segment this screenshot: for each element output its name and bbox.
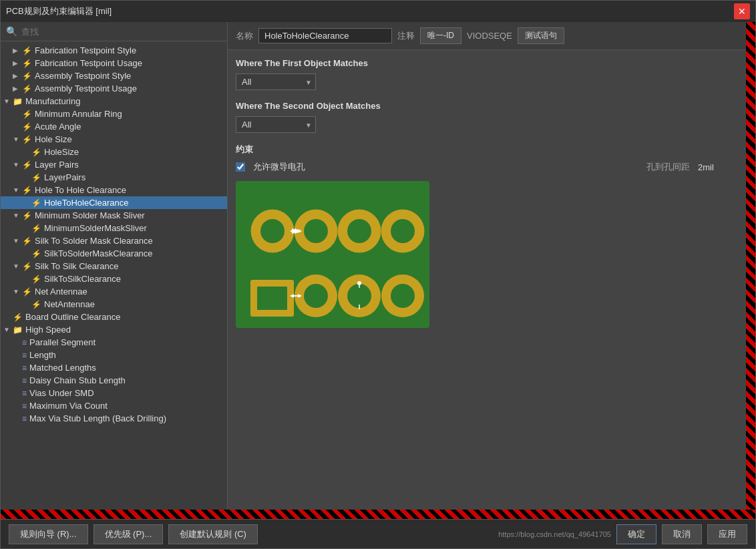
rule-icon: ⚡ [31,300,41,309]
tree-item-holetoholeclearance[interactable]: ⚡ HoleToHoleClearance [1,196,227,209]
tree-item-fabrication-testpoint-style[interactable]: ▶ ⚡ Fabrication Testpoint Style [1,44,227,57]
first-match-row: All ▼ [236,73,738,90]
cancel-button[interactable]: 取消 [662,524,702,544]
tree-item-hole-size[interactable]: ▼ ⚡ Hole Size [1,133,227,146]
tree-label: Hole To Hole Clearance [35,185,126,195]
tree-item-manufacturing[interactable]: ▼ 📁 Manufacturing [1,95,227,108]
uid-value: VIODSEQE [467,31,512,41]
bottom-bar: 规则向导 (R)... 优先级 (P)... 创建默认规则 (C) https:… [1,519,755,548]
tree-item-daisy-chain-stub-length[interactable]: ≡ Daisy Chain Stub Length [1,374,227,387]
constraints-section: 允许微导电孔 孔到孔间距 2mil [236,161,738,173]
tree-item-silk-to-solder-mask-clearance[interactable]: ▼ ⚡ Silk To Solder Mask Clearance [1,234,227,247]
tree-item-length[interactable]: ≡ Length [1,349,227,361]
title-bar: PCB规则及约束编辑器 [mil] ✕ [1,1,755,22]
eq-icon: ≡ [22,363,27,373]
tree-item-layerpairs[interactable]: ⚡ LayerPairs [1,171,227,184]
tree-item-parallel-segment[interactable]: ≡ Parallel Segment [1,336,227,349]
allow-micro-via-checkbox[interactable] [236,162,245,172]
eq-icon: ≡ [22,376,27,385]
tree-item-max-via-stub-length[interactable]: ≡ Max Via Stub Length (Back Drilling) [1,412,227,425]
tree-label: Fabrication Testpoint Usage [35,58,142,68]
tree-label: Board Outline Clearance [25,312,120,322]
tree-item-assembly-testpoint-usage[interactable]: ▶ ⚡ Assembly Testpoint Usage [1,82,227,95]
rule-wizard-button[interactable]: 规则向导 (R)... [9,524,88,544]
allow-micro-via-label: 允许微导电孔 [253,161,305,173]
pcb-svg [236,181,429,328]
rule-header: 名称 注释 唯一-ID VIODSEQE 测试语句 [228,22,746,50]
search-input[interactable] [21,27,222,37]
tree-label: Minimum Solder Mask Sliver [35,210,145,220]
rule-icon: ⚡ [22,71,32,81]
pcb-visualization [236,181,429,328]
tree-item-assembly-testpoint-style[interactable]: ▶ ⚡ Assembly Testpoint Style [1,69,227,82]
left-panel: 🔍 ▶ ⚡ Fabrication Testpoint Style ▶ ⚡ Fa [1,22,228,510]
tree-item-minimumsoldermasksliver[interactable]: ⚡ MinimumSolderMaskSliver [1,222,227,234]
first-match-dropdown-wrapper: All ▼ [236,73,316,90]
tree-item-acute-angle[interactable]: ⚡ Acute Angle [1,120,227,133]
tree-label: Vias Under SMD [29,388,94,398]
rule-icon: ⚡ [22,110,32,119]
svg-point-6 [347,219,371,243]
tree-item-silktosoldermaskclearance[interactable]: ⚡ SilkToSolderMaskClearance [1,247,227,260]
tree-label: Assembly Testpoint Style [35,71,131,81]
main-window: PCB规则及约束编辑器 [mil] ✕ 🔍 ▶ ⚡ Fabrication Te… [0,0,756,549]
folder-icon: 📁 [13,325,23,335]
tree-arrow: ▶ [13,59,22,67]
tree-item-holesize[interactable]: ⚡ HoleSize [1,146,227,158]
tree-item-high-speed[interactable]: ▼ 📁 High Speed [1,323,227,336]
rule-name-input[interactable] [258,28,392,43]
rule-icon: ⚡ [22,160,32,170]
ok-button[interactable]: 确定 [616,524,656,544]
tree-arrow: ▼ [13,212,22,219]
tree-item-vias-under-smd[interactable]: ≡ Vias Under SMD [1,387,227,399]
window-title: PCB规则及约束编辑器 [mil] [6,5,112,17]
eq-icon: ≡ [22,389,27,398]
tree-arrow: ▼ [13,237,22,244]
comment-label: 注释 [397,30,415,42]
test-button[interactable]: 测试语句 [518,27,564,44]
priority-button[interactable]: 优先级 (P)... [93,524,164,544]
tree-item-max-via-count[interactable]: ≡ Maximum Via Count [1,399,227,412]
create-default-button[interactable]: 创建默认规则 (C) [168,524,258,544]
rule-icon: ⚡ [22,236,32,246]
first-match-dropdown[interactable]: All [236,73,316,90]
svg-point-2 [260,219,285,243]
rule-icon: ⚡ [31,198,41,208]
tree-item-fabrication-testpoint-usage[interactable]: ▶ ⚡ Fabrication Testpoint Usage [1,57,227,69]
search-bar: 🔍 [1,22,227,41]
tree-arrow: ▼ [13,262,22,270]
second-match-dropdown[interactable]: All [236,116,316,133]
tree-item-silktosilkclearance[interactable]: ⚡ SilkToSilkClearance [1,272,227,285]
rule-icon: ⚡ [22,122,32,132]
eq-icon: ≡ [22,401,27,411]
tree-item-hole-to-hole-clearance[interactable]: ▼ ⚡ Hole To Hole Clearance [1,184,227,196]
tree-label: Fabrication Testpoint Style [35,45,136,55]
uid-label[interactable]: 唯一-ID [420,27,461,44]
tree-arrow: ▼ [13,136,22,143]
apply-button[interactable]: 应用 [707,524,747,544]
tree-item-netantennae[interactable]: ⚡ NetAntennae [1,298,227,311]
close-button[interactable]: ✕ [734,3,750,19]
svg-point-22 [391,284,415,308]
tree-arrow: ▼ [13,161,22,168]
svg-point-15 [304,284,328,308]
tree-item-board-outline-clearance[interactable]: ⚡ Board Outline Clearance [1,311,227,323]
eq-icon: ≡ [22,338,27,347]
tree-label: Manufacturing [25,96,80,106]
hole-to-hole-value: 2mil [698,162,738,172]
rule-icon: ⚡ [13,313,23,322]
rule-icon: ⚡ [31,148,41,157]
tree-item-layer-pairs[interactable]: ▼ ⚡ Layer Pairs [1,158,227,171]
rule-content: Where The First Object Matches All ▼ Whe… [228,50,746,510]
tree-item-min-annular-ring[interactable]: ⚡ Minimum Annular Ring [1,108,227,120]
tree-label: LayerPairs [44,172,85,182]
rule-icon: ⚡ [22,287,32,297]
tree-label: Daisy Chain Stub Length [29,375,126,385]
tree-item-net-antennae[interactable]: ▼ ⚡ Net Antennae [1,285,227,298]
tree-item-matched-lengths[interactable]: ≡ Matched Lengths [1,361,227,374]
tree-item-min-solder-mask-sliver[interactable]: ▼ ⚡ Minimum Solder Mask Sliver [1,209,227,222]
tree-arrow: ▶ [13,47,22,54]
tree-item-silk-to-silk-clearance[interactable]: ▼ ⚡ Silk To Silk Clearance [1,260,227,272]
tree-arrow: ▼ [3,98,13,105]
second-match-row: All ▼ [236,116,738,133]
